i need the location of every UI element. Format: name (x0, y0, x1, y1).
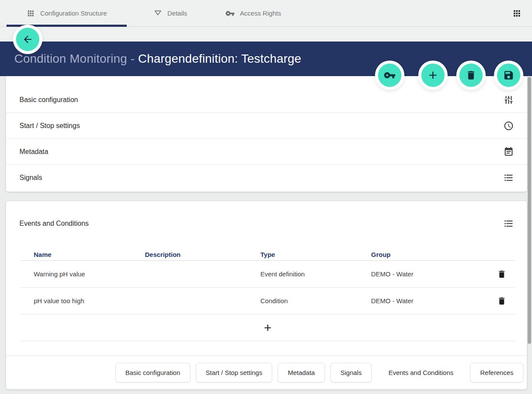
clock-icon (503, 121, 514, 131)
trash-icon (497, 269, 506, 279)
cell-name: Warning pH value (34, 270, 145, 278)
events-card: Events and Conditions Name Description T… (6, 201, 527, 389)
section-signals[interactable]: Signals (6, 165, 527, 191)
cell-type: Event definition (260, 270, 371, 278)
arrow-left-icon (22, 34, 33, 45)
footer-button-signals[interactable]: Signals (330, 363, 372, 382)
footer-button-start-stop-settings[interactable]: Start / Stop settings (196, 363, 272, 382)
column-header-group: Group (371, 251, 489, 258)
floppy-icon (503, 70, 514, 81)
section-label: Metadata (19, 148, 48, 156)
table-row[interactable]: pH value too high Condition DEMO - Water (21, 288, 515, 314)
footer-button-references[interactable]: References (470, 363, 523, 382)
section-label: Basic configuration (19, 96, 78, 104)
row-delete-button[interactable] (497, 296, 506, 306)
add-row-button[interactable]: + (264, 321, 272, 334)
row-delete-button[interactable] (497, 269, 506, 279)
tab-label: Details (167, 10, 187, 17)
footer-button-basic-configuration[interactable]: Basic configuration (115, 363, 190, 382)
access-key-button[interactable] (378, 64, 401, 87)
list-icon (503, 173, 514, 183)
table-row[interactable]: Warning pH value Event definition DEMO -… (21, 261, 515, 288)
section-label: Signals (19, 174, 42, 182)
tune-icon (503, 95, 514, 105)
plus-icon: + (429, 67, 437, 82)
tab-label: Access Rights (240, 10, 281, 17)
back-button[interactable] (16, 28, 39, 51)
grid-icon (26, 9, 35, 18)
cell-type: Condition (260, 297, 371, 304)
section-label: Start / Stop settings (19, 122, 80, 130)
tab-configuration-structure[interactable]: Configuration Structure (6, 0, 127, 27)
cell-name: pH value too high (34, 297, 145, 304)
column-header-type: Type (260, 251, 371, 258)
column-header-name: Name (34, 251, 145, 258)
scrollbar-thumb[interactable] (528, 77, 531, 344)
add-button[interactable]: + (421, 64, 445, 87)
trash-icon (497, 296, 506, 306)
cell-group: DEMO - Water (371, 270, 489, 278)
funnel-icon (154, 9, 162, 18)
key-icon (225, 9, 235, 18)
list-icon (503, 218, 514, 229)
events-title: Events and Conditions (19, 220, 89, 227)
page-title-main: Chargendefinition: Testcharge (138, 52, 301, 65)
section-metadata[interactable]: Metadata (6, 139, 527, 165)
cell-group: DEMO - Water (371, 297, 489, 304)
events-header[interactable]: Events and Conditions (6, 201, 527, 236)
app-window: Configuration Structure Details Access R… (0, 0, 532, 394)
section-basic-configuration[interactable]: Basic configuration (6, 87, 527, 113)
add-row-container: + (21, 314, 515, 341)
column-header-description: Description (145, 251, 260, 258)
key-icon (384, 69, 396, 81)
tab-access-rights[interactable]: Access Rights (225, 0, 281, 27)
top-tab-bar: Configuration Structure Details Access R… (0, 0, 532, 27)
back-strip (0, 27, 532, 42)
page-title-prefix: Condition Monitoring - (14, 52, 138, 65)
events-table: Name Description Type Group Warning pH v… (21, 249, 515, 341)
calendar-icon (503, 147, 514, 157)
active-tab-underline (6, 25, 127, 27)
trash-icon (465, 70, 477, 81)
section-nav-footer: Basic configuration Start / Stop setting… (6, 356, 527, 389)
sections-card: Basic configuration Start / Stop setting… (6, 76, 527, 192)
footer-button-events-and-conditions[interactable]: Events and Conditions (377, 363, 465, 382)
events-table-header: Name Description Type Group (21, 249, 515, 261)
tab-details[interactable]: Details (154, 0, 187, 27)
page-header: Condition Monitoring - Chargendefinition… (0, 42, 532, 76)
section-start-stop-settings[interactable]: Start / Stop settings (6, 113, 527, 139)
footer-button-metadata[interactable]: Metadata (278, 363, 325, 382)
tab-label: Configuration Structure (40, 10, 107, 17)
save-button[interactable] (497, 64, 520, 87)
page-title: Condition Monitoring - Chargendefinition… (14, 52, 301, 66)
delete-button[interactable] (459, 64, 483, 87)
apps-grid-icon[interactable] (512, 9, 522, 18)
